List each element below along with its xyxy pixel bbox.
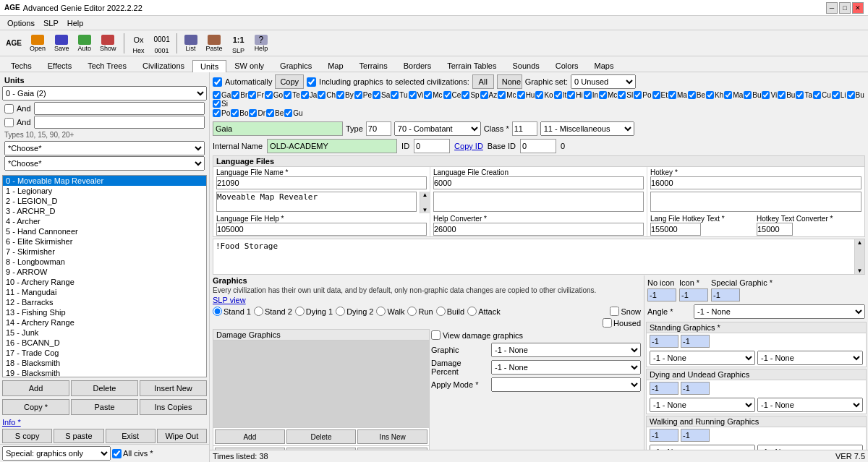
unit-item-0[interactable]: 0 - Moveable Map Revealer (3, 176, 206, 186)
scroll-down-icon[interactable]: ▼ (420, 207, 430, 213)
graphic-select[interactable]: -1 - None (491, 343, 641, 357)
civ-pe-check[interactable] (354, 91, 362, 99)
damage-ins-btn[interactable]: Ins New (357, 429, 427, 444)
civ-be2-check[interactable] (266, 109, 274, 117)
lang-hotkey-textarea[interactable] (650, 192, 861, 212)
tab-borders[interactable]: Borders (396, 59, 440, 72)
civ-it-check[interactable] (554, 91, 562, 99)
radio-dying1-input[interactable] (295, 307, 305, 316)
unit-item-4[interactable]: 4 - Archer (3, 216, 206, 226)
civ-ma1-check[interactable] (668, 91, 676, 99)
copy-civs-button[interactable]: Copy (275, 74, 304, 89)
tb-hex[interactable]: Ox Hex (128, 30, 150, 56)
civ-ma2-check[interactable] (724, 91, 732, 99)
special-select[interactable]: Special: graphics only (2, 446, 111, 461)
civ-gu-check[interactable] (284, 109, 292, 117)
walking-val1-input[interactable] (650, 429, 678, 442)
civ-ta-check[interactable] (796, 91, 804, 99)
lang-creation-input[interactable] (433, 176, 644, 189)
type-value-input[interactable] (366, 121, 391, 136)
lang-help-conv-input[interactable] (433, 223, 644, 236)
menu-slp[interactable]: SLP (39, 17, 63, 29)
s-paste-button[interactable]: S paste (54, 429, 103, 443)
dying-sel1[interactable]: -1 - None (650, 398, 755, 412)
scroll-up-icon[interactable]: ▲ (420, 192, 430, 198)
lang-name-textarea[interactable]: Moveable Map Revealer (216, 192, 417, 212)
radio-walk-input[interactable] (376, 307, 386, 316)
no-icon-input[interactable] (647, 288, 676, 301)
and-input2[interactable] (34, 116, 205, 129)
tb-list[interactable]: List (181, 33, 201, 54)
unit-item-3[interactable]: 3 - ARCHR_D (3, 206, 206, 216)
id-input[interactable] (414, 139, 450, 153)
radio-stand1-input[interactable] (213, 307, 222, 316)
standing-sel2[interactable]: -1 - None (757, 351, 863, 365)
text-scrollbar[interactable]: ▲ ▼ (854, 239, 864, 274)
radio-attack-input[interactable] (467, 307, 477, 316)
special-graphic-input[interactable] (711, 288, 740, 301)
damage-delete-btn[interactable]: Delete (286, 429, 357, 444)
and-check2[interactable] (4, 118, 14, 127)
tb-paste[interactable]: Paste (203, 33, 226, 54)
lang-name-scrollbar[interactable]: ▲ ▼ (420, 192, 430, 213)
civ-mc1-check[interactable] (424, 91, 432, 99)
unit-item-5[interactable]: 5 - Hand Cannoneer (3, 226, 206, 236)
icon-input[interactable] (679, 288, 708, 301)
copy-id-link[interactable]: Copy ID (454, 142, 483, 150)
civ-bu2-check[interactable] (778, 91, 786, 99)
unit-item-11[interactable]: 11 - Mangudai (3, 287, 206, 297)
base-id-input[interactable] (520, 139, 556, 153)
unit-item-2[interactable]: 2 - LEGION_D (3, 196, 206, 206)
copy-button[interactable]: Copy * (2, 399, 69, 415)
civ-by-check[interactable] (336, 91, 344, 99)
civ-br-check[interactable] (231, 91, 239, 99)
civ-sp-check[interactable] (461, 91, 469, 99)
menu-options[interactable]: Options (3, 17, 39, 29)
radio-dying2-input[interactable] (336, 307, 345, 316)
tb-show[interactable]: Show (96, 33, 120, 54)
choose-select2[interactable]: *Choose* (4, 156, 205, 171)
civ-bu3-check[interactable] (847, 91, 855, 99)
civ-li-check[interactable] (832, 91, 840, 99)
class-value-input[interactable] (512, 121, 537, 136)
tb-age[interactable]: AGE (3, 34, 25, 53)
civ-sa-check[interactable] (373, 91, 380, 99)
delete-button[interactable]: Delete (71, 380, 138, 396)
angle-select[interactable]: -1 - None (694, 304, 865, 319)
tb-slp[interactable]: 1:1 SLP (228, 30, 250, 56)
civ-sl-check[interactable] (618, 91, 626, 99)
dying-val1-input[interactable] (650, 382, 678, 395)
tab-techtrees[interactable]: Tech Trees (80, 59, 135, 72)
civ-mc3-check[interactable] (599, 91, 607, 99)
tab-units[interactable]: Units (192, 60, 226, 72)
text-area[interactable]: !Food Storage (213, 239, 854, 274)
paste-button[interactable]: Paste (71, 399, 138, 415)
civ-cu-check[interactable] (813, 91, 821, 99)
civ-tu-check[interactable] (391, 91, 399, 99)
tab-terrain-tables[interactable]: Terrain Tables (439, 59, 504, 72)
ins-copies-button[interactable]: Ins Copies (140, 399, 207, 415)
tab-swonly[interactable]: SW only (226, 59, 272, 72)
none-civs-btn[interactable]: None (497, 74, 522, 89)
slp-view-link[interactable]: SLP view (213, 296, 246, 304)
walking-sel1[interactable]: -1 - None (650, 445, 755, 450)
tb-help[interactable]: ? Help (251, 33, 272, 54)
dying-sel2[interactable]: -1 - None (757, 398, 863, 412)
insert-new-button[interactable]: Insert New (140, 380, 207, 396)
civ-fr-check[interactable] (248, 91, 256, 99)
lang-help-input[interactable] (216, 223, 427, 236)
civ-dr-check[interactable] (249, 109, 257, 117)
civ-te-check[interactable] (284, 91, 292, 99)
tab-techs[interactable]: Techs (3, 59, 40, 72)
s-copy-button[interactable]: S copy (2, 429, 52, 443)
wipe-out-button[interactable]: Wipe Out (157, 429, 207, 443)
and-check1[interactable] (4, 104, 14, 114)
text-scroll-down[interactable]: ▼ (855, 268, 864, 274)
civ-ko-check[interactable] (535, 91, 543, 99)
civ-mc2-check[interactable] (498, 91, 506, 99)
civ-bo-check[interactable] (231, 109, 239, 117)
civ-si-check[interactable] (213, 100, 221, 108)
civ-ga-check[interactable] (213, 91, 221, 99)
walking-val2-input[interactable] (681, 429, 710, 442)
civ-be1-check[interactable] (688, 91, 696, 99)
